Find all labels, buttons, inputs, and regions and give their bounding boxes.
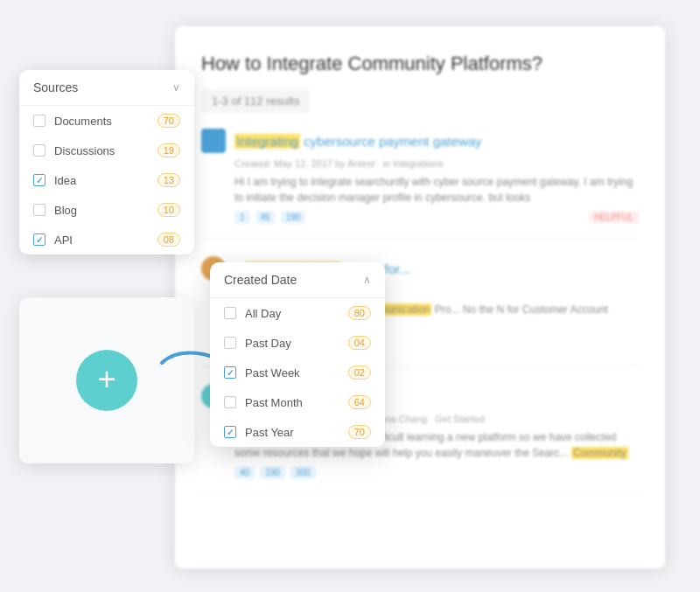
date-checkbox[interactable] <box>224 396 236 408</box>
source-name: API <box>54 233 73 247</box>
source-left: Documents <box>33 115 112 128</box>
tag: 40 <box>234 466 255 479</box>
date-filter-item[interactable]: All Day 80 <box>210 298 385 328</box>
source-checkbox[interactable] <box>33 233 46 246</box>
source-name: Discussions <box>54 144 115 157</box>
source-left: Discussions <box>33 144 115 157</box>
sources-label: Sources <box>33 80 78 94</box>
result-snippet-1: Hi I am trying to integrate searchurdly … <box>234 174 639 205</box>
source-count: 19 <box>158 143 180 157</box>
source-name: Blog <box>54 204 77 217</box>
source-left: Blog <box>33 204 77 217</box>
helpful-tag: HELPFUL <box>589 211 639 224</box>
result-item-1: Integrating cybersource payment gateway … <box>201 129 639 239</box>
source-left: API <box>33 233 73 247</box>
date-filter-item[interactable]: Past Year 70 <box>210 417 385 447</box>
source-checkbox[interactable] <box>33 204 46 216</box>
source-count: 70 <box>158 114 180 128</box>
source-item[interactable]: Documents 70 <box>19 106 194 136</box>
source-checkbox[interactable] <box>33 115 46 127</box>
date-left: Past Week <box>224 366 300 380</box>
date-count: 64 <box>348 395 371 409</box>
chevron-up-icon: ∧ <box>363 274 371 286</box>
date-checkbox[interactable] <box>224 426 236 438</box>
date-left: Past Year <box>224 426 294 439</box>
tag: 300 <box>290 466 316 479</box>
result-title-1: Integrating cybersource payment gateway <box>234 134 482 149</box>
results-count: 1-3 of 112 results <box>201 89 310 113</box>
date-filter-dropdown: Created Date ∧ All Day 80 Past Day 04 Pa… <box>210 262 385 447</box>
result-icon-1 <box>201 129 226 153</box>
add-filter-button[interactable]: + <box>76 350 137 411</box>
result-tags-1: 1 45 190 HELPFUL <box>234 211 639 224</box>
tag: 190 <box>260 466 285 479</box>
highlight-1: Integrating <box>234 134 300 149</box>
source-left: Idea <box>33 174 76 187</box>
source-count: 08 <box>158 233 180 247</box>
source-name: Idea <box>54 174 76 187</box>
add-filter-card: + <box>19 297 194 463</box>
date-filter-header[interactable]: Created Date ∧ <box>210 262 385 298</box>
source-item[interactable]: Blog 10 <box>19 195 194 225</box>
source-item[interactable]: Discussions 19 <box>19 136 194 165</box>
source-name: Documents <box>54 115 112 128</box>
date-left: All Day <box>224 307 281 320</box>
source-count: 10 <box>158 203 180 217</box>
sources-header[interactable]: Sources ∨ <box>19 70 194 106</box>
result-tags-3: 40 190 300 <box>234 466 639 479</box>
tag: 1 <box>234 211 250 224</box>
date-count: 04 <box>348 336 371 350</box>
result-meta-1: Created: May 12, 2017 by Antest · in Int… <box>234 158 639 169</box>
date-checkbox[interactable] <box>224 366 236 379</box>
chevron-down-icon: ∨ <box>172 81 180 94</box>
date-left: Past Month <box>224 396 303 409</box>
source-checkbox[interactable] <box>33 144 46 157</box>
date-filter-label: Created Date <box>224 273 297 287</box>
source-count: 13 <box>158 173 180 187</box>
date-option-name: All Day <box>245 307 281 320</box>
source-checkbox[interactable] <box>33 174 46 186</box>
page-title: How to Integrate Community Platforms? <box>201 52 639 75</box>
date-option-name: Past Day <box>245 337 291 350</box>
plus-icon: + <box>97 364 116 395</box>
date-filter-item[interactable]: Past Day 04 <box>210 328 385 358</box>
date-count: 70 <box>348 425 371 439</box>
tag: 190 <box>281 211 306 224</box>
date-option-name: Past Year <box>245 426 294 439</box>
date-count: 02 <box>348 366 371 380</box>
date-filter-list: All Day 80 Past Day 04 Past Week 02 Past… <box>210 298 385 447</box>
date-count: 80 <box>348 306 371 320</box>
date-checkbox[interactable] <box>224 337 236 349</box>
date-filter-item[interactable]: Past Week 02 <box>210 358 385 387</box>
date-left: Past Day <box>224 337 291 350</box>
sources-filter-card: Sources ∨ Documents 70 Discussions 19 Id… <box>19 70 194 254</box>
source-item[interactable]: Idea 13 <box>19 165 194 195</box>
tag: 45 <box>256 211 276 224</box>
date-checkbox[interactable] <box>224 307 236 319</box>
sources-list: Documents 70 Discussions 19 Idea 13 Blog… <box>19 106 194 254</box>
source-item[interactable]: API 08 <box>19 225 194 254</box>
date-option-name: Past Month <box>245 396 303 409</box>
date-option-name: Past Week <box>245 366 300 380</box>
date-filter-item[interactable]: Past Month 64 <box>210 387 385 417</box>
